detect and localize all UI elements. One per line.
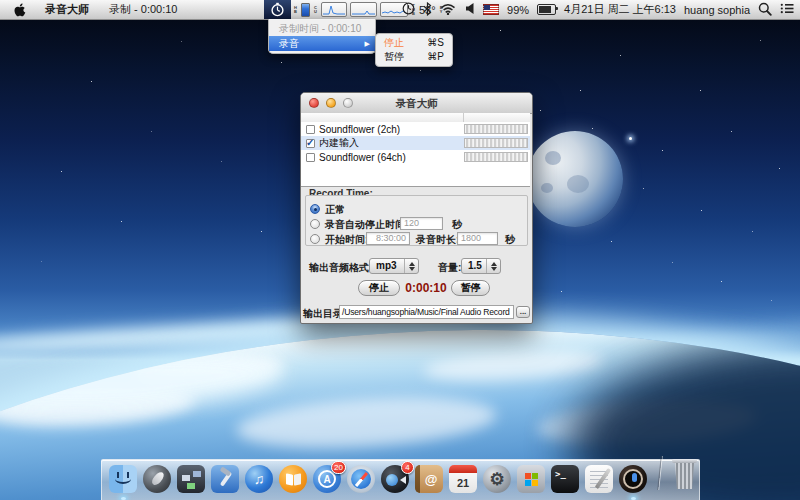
graph-icon-2 bbox=[350, 2, 377, 17]
menu-app-name[interactable]: 录音大师 bbox=[35, 0, 99, 19]
wifi-icon bbox=[440, 3, 456, 15]
apple-menu-icon[interactable] bbox=[0, 0, 35, 19]
menu-bar: 录音大师 录制 - 0:00:10 H B C U T bbox=[0, 0, 800, 20]
recorder-menu-extra[interactable] bbox=[264, 0, 291, 19]
battery-icon[interactable] bbox=[537, 4, 556, 15]
source-row-built-in-input[interactable]: 内建输入 bbox=[301, 136, 530, 150]
source-row-soundflower-64ch[interactable]: Soundflower (64ch) bbox=[301, 150, 530, 164]
record-time-groupbox: 正常 录音自动停止时间 120 秒 开始时间: 8:30:00 录音时长: 18… bbox=[305, 195, 528, 246]
search-icon bbox=[758, 2, 772, 16]
recording-timer: 0:00:10 bbox=[404, 281, 448, 295]
app-store-badge: 20 bbox=[331, 461, 346, 474]
auto-stop-seconds-field[interactable]: 120 bbox=[400, 217, 443, 230]
zoom-button bbox=[343, 98, 353, 108]
stopwatch-icon bbox=[270, 2, 285, 17]
volume-menu-extra[interactable] bbox=[464, 2, 475, 17]
dock-icon-itunes[interactable]: ♫ bbox=[244, 464, 274, 494]
popup-arrows-icon bbox=[486, 259, 500, 273]
transport-row: 停止 0:00:10 暂停 bbox=[301, 280, 530, 297]
radio-row-scheduled: 开始时间: 8:30:00 录音时长: 1800 秒 bbox=[306, 232, 527, 246]
wifi-menu-extra[interactable] bbox=[440, 3, 456, 17]
dock-icon-calendar[interactable]: 21 bbox=[448, 464, 478, 494]
dock-icon-xcode[interactable] bbox=[210, 464, 240, 494]
output-path-field[interactable]: /Users/huangsophia/Music/Final Audio Rec… bbox=[339, 305, 514, 319]
gear-icon: ⚙ bbox=[482, 464, 512, 494]
notification-center-extra[interactable] bbox=[780, 3, 794, 16]
clock-menu-extra[interactable] bbox=[402, 2, 415, 17]
volume-popup[interactable]: 1.5 bbox=[461, 258, 501, 274]
dock-icon-safari[interactable] bbox=[346, 464, 376, 494]
dock-icon-ibooks[interactable] bbox=[278, 464, 308, 494]
popup-arrows-icon bbox=[404, 259, 418, 273]
radio-normal[interactable] bbox=[310, 204, 320, 214]
auto-stop-unit-label: 秒 bbox=[452, 218, 462, 232]
format-popup[interactable]: mp3 bbox=[369, 258, 419, 274]
dock-icon-finder[interactable] bbox=[108, 464, 138, 494]
output-row: 输出目录: /Users/huangsophia/Music/Final Aud… bbox=[301, 305, 530, 319]
dock-icon-recorder-app[interactable] bbox=[618, 464, 648, 494]
battery-percent[interactable]: 99% bbox=[507, 4, 529, 16]
radio-row-auto-stop: 录音自动停止时间 120 秒 bbox=[306, 217, 527, 231]
volume-label: 音量: bbox=[438, 261, 461, 275]
dock-icon-contacts[interactable]: @ bbox=[414, 464, 444, 494]
radio-scheduled[interactable] bbox=[310, 234, 320, 244]
duration-field[interactable]: 1800 bbox=[457, 232, 498, 245]
submenu-item-pause[interactable]: 暂停 ⌘P bbox=[376, 50, 452, 64]
radio-auto-stop-label: 录音自动停止时间 bbox=[325, 218, 405, 232]
dock-icon-app-store[interactable]: A20 bbox=[312, 464, 342, 494]
desktop: 录音大师 录制 - 0:00:10 H B C U T bbox=[0, 0, 800, 500]
meter-label-cu: C U bbox=[313, 6, 318, 14]
dock-icon-system-preferences[interactable]: ⚙ bbox=[482, 464, 512, 494]
submenu-item-stop[interactable]: 停止 ⌘S bbox=[376, 36, 452, 50]
checkbox-checked[interactable] bbox=[306, 139, 315, 148]
dock-separator bbox=[657, 456, 662, 490]
bright-star bbox=[629, 137, 632, 140]
window-titlebar[interactable]: 录音大师 bbox=[301, 93, 532, 114]
meter-label-hb: H B bbox=[293, 6, 298, 14]
menu-item-record-time: 录制时间 - 0:00:10 bbox=[269, 21, 375, 36]
stop-button[interactable]: 停止 bbox=[358, 280, 400, 296]
duration-unit-label: 秒 bbox=[505, 233, 515, 247]
clock-icon bbox=[402, 2, 415, 15]
list-icon bbox=[780, 3, 794, 14]
dock-icon-terminal[interactable]: >_ bbox=[550, 464, 580, 494]
dock-icon-launchpad[interactable] bbox=[142, 464, 172, 494]
graph-icon-1 bbox=[321, 2, 347, 17]
calendar-date: 21 bbox=[448, 464, 478, 494]
format-label: 输出音频格式: bbox=[309, 261, 372, 275]
menu-item-recording[interactable]: 录音 ▶ bbox=[269, 36, 375, 51]
checkbox-unchecked[interactable] bbox=[306, 125, 315, 134]
spotlight-menu-extra[interactable] bbox=[758, 2, 772, 18]
recorder-window: 录音大师 Soundflower (2ch) 内建输入 Soundflower … bbox=[300, 92, 533, 324]
dock-icon-facetime[interactable]: 4 bbox=[380, 464, 410, 494]
level-meter bbox=[464, 152, 528, 162]
fast-user-switching[interactable]: huang sophia bbox=[684, 4, 750, 16]
bluetooth-icon bbox=[423, 2, 432, 16]
checkbox-unchecked[interactable] bbox=[306, 153, 315, 162]
level-bar-icon bbox=[301, 3, 310, 17]
minimize-button[interactable] bbox=[326, 98, 336, 108]
pause-button[interactable]: 暂停 bbox=[451, 280, 490, 296]
source-row-soundflower-2ch[interactable]: Soundflower (2ch) bbox=[301, 122, 530, 136]
dock-icon-textedit[interactable] bbox=[584, 464, 614, 494]
radio-row-normal: 正常 bbox=[306, 202, 527, 216]
browse-button[interactable]: ... bbox=[516, 306, 530, 318]
shortcut-stop: ⌘S bbox=[427, 36, 444, 50]
menu-record-status[interactable]: 录制 - 0:00:10 bbox=[99, 0, 187, 19]
bluetooth-menu-extra[interactable] bbox=[423, 2, 432, 18]
moon bbox=[527, 131, 623, 227]
radio-auto-stop[interactable] bbox=[310, 219, 320, 229]
dock-icon-windows-vm[interactable] bbox=[516, 464, 546, 494]
duration-label: 录音时长: bbox=[416, 233, 459, 247]
dock-icon-mission-control[interactable] bbox=[176, 464, 206, 494]
source-list-empty-area bbox=[301, 164, 530, 187]
menu-clock-datetime[interactable]: 4月21日 周二 上午6:13 bbox=[564, 2, 676, 17]
at-sign-icon: @ bbox=[414, 464, 444, 494]
facetime-badge: 4 bbox=[401, 461, 414, 474]
start-time-field[interactable]: 8:30:00 bbox=[366, 232, 410, 245]
recording-submenu: 停止 ⌘S 暂停 ⌘P bbox=[375, 33, 453, 67]
dock-icon-trash[interactable] bbox=[671, 458, 698, 489]
close-button[interactable] bbox=[309, 98, 319, 108]
radio-normal-label: 正常 bbox=[325, 203, 345, 217]
input-language-flag[interactable] bbox=[483, 4, 499, 15]
